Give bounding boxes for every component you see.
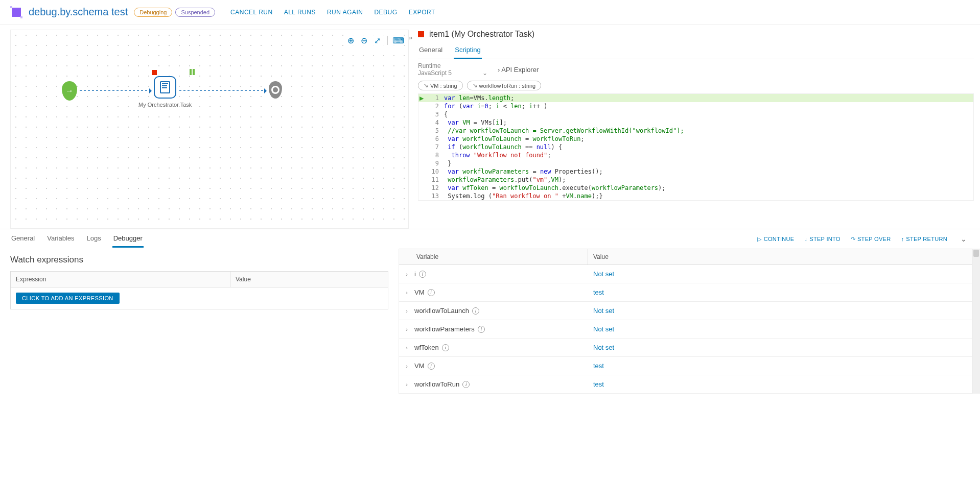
variable-name: workflowParameters — [414, 325, 475, 333]
expand-icon[interactable]: › — [399, 363, 414, 369]
variable-value: test — [588, 362, 972, 370]
keyboard-icon[interactable]: ⌨ — [393, 35, 403, 45]
info-icon[interactable]: i — [428, 289, 435, 296]
code-line[interactable]: 6 var workflowToLaunch = workflowToRun; — [418, 135, 973, 143]
continue-button[interactable]: ▷CONTINUE — [757, 236, 794, 243]
tab-variables[interactable]: Variables — [46, 230, 75, 248]
info-icon[interactable]: i — [472, 307, 479, 315]
code-line[interactable]: 1var len=VMs.length; — [418, 94, 973, 102]
variable-value: Not set — [588, 307, 972, 315]
step-into-icon: ↓ — [804, 236, 807, 242]
variable-row[interactable]: › VM i test — [399, 283, 972, 302]
param-chip-vm[interactable]: ↘ VM : string — [418, 81, 463, 90]
input-arrow-icon: ↘ — [424, 82, 428, 89]
start-node[interactable]: → — [62, 81, 77, 101]
step-return-button[interactable]: ↑STEP RETURN — [901, 236, 947, 242]
watch-panel: Watch expressions Expression Value CLICK… — [0, 249, 399, 394]
zoom-out-icon[interactable]: ⊖ — [359, 35, 369, 45]
expand-icon[interactable]: › — [399, 308, 414, 314]
expand-icon[interactable]: › — [399, 290, 414, 296]
step-over-button[interactable]: ↷STEP OVER — [851, 236, 891, 243]
code-line[interactable]: 10 var workflowParameters = new Properti… — [418, 167, 973, 176]
code-line[interactable]: 5 //var workflowToLaunch = Server.getWor… — [418, 127, 973, 135]
code-line[interactable]: 9 } — [418, 159, 973, 167]
variable-value: test — [588, 380, 972, 388]
code-line[interactable]: 13 System.log ("Ran workflow on " +VM.na… — [418, 192, 973, 200]
code-line[interactable]: 3{ — [418, 110, 973, 118]
badge-suspended: Suspended — [175, 8, 215, 17]
info-icon[interactable]: i — [419, 271, 426, 278]
scrollbar[interactable] — [972, 249, 980, 394]
cancel-run-button[interactable]: CANCEL RUN — [230, 9, 273, 16]
play-icon: ▷ — [757, 236, 761, 243]
variable-value: Not set — [588, 344, 972, 351]
header: debug.by.schema test Debugging Suspended… — [0, 0, 980, 25]
runtime-label: Runtime — [418, 62, 487, 69]
variable-row[interactable]: › wfToken i Not set — [399, 339, 972, 357]
chevron-down-icon: ⌄ — [482, 69, 487, 77]
connector — [179, 90, 266, 91]
end-node[interactable] — [269, 81, 282, 99]
detail-tabs: General Scripting — [418, 44, 974, 59]
collapse-bottom-icon[interactable]: ⌄ — [958, 235, 970, 243]
info-icon[interactable]: i — [428, 363, 435, 370]
info-icon[interactable]: i — [478, 326, 485, 333]
variable-value: Not set — [588, 270, 972, 278]
code-line[interactable]: 8 throw "Workflow not found"; — [418, 151, 973, 159]
tab-debugger[interactable]: Debugger — [112, 230, 144, 248]
item-title: item1 (My Orchestrator Task) — [418, 30, 974, 39]
export-button[interactable]: EXPORT — [409, 9, 435, 16]
expand-icon[interactable]: › — [399, 381, 414, 388]
expand-icon[interactable]: › — [399, 326, 414, 332]
code-line[interactable]: 11 workflowParameters.put("vm",VM); — [418, 176, 973, 184]
variable-row[interactable]: › i i Not set — [399, 265, 972, 283]
variable-name: workflowToLaunch — [414, 307, 469, 315]
variable-row[interactable]: › VM i test — [399, 357, 972, 375]
tab-general[interactable]: General — [418, 44, 444, 59]
watch-title: Watch expressions — [10, 255, 388, 265]
input-arrow-icon: ↘ — [473, 82, 477, 89]
watch-col-value: Value — [230, 272, 388, 287]
task-label: My Orchestrator Task — [138, 102, 192, 108]
zoom-in-icon[interactable]: ⊕ — [345, 35, 356, 45]
variable-row[interactable]: › workflowToRun i test — [399, 375, 972, 394]
code-line[interactable]: 7 if (workflowToLaunch == null) { — [418, 143, 973, 151]
collapse-panel-icon[interactable]: » — [409, 34, 412, 41]
add-expression-button[interactable]: CLICK TO ADD AN EXPRESSION — [16, 293, 120, 304]
variable-name: workflowToRun — [414, 380, 459, 388]
run-again-button[interactable]: RUN AGAIN — [327, 9, 363, 16]
bottom-panel: General Variables Logs Debugger ▷CONTINU… — [0, 229, 980, 394]
variable-name: i — [414, 270, 416, 278]
tab-logs[interactable]: Logs — [85, 230, 102, 248]
all-runs-button[interactable]: ALL RUNS — [284, 9, 316, 16]
canvas-toolbar: ⊕ ⊖ ⤢ ⌨ — [344, 34, 404, 46]
expand-icon[interactable]: › — [399, 345, 414, 351]
variable-row[interactable]: › workflowParameters i Not set — [399, 320, 972, 339]
fit-screen-icon[interactable]: ⤢ — [372, 35, 382, 45]
app-logo — [10, 6, 22, 18]
step-into-button[interactable]: ↓STEP INTO — [804, 236, 840, 242]
code-line[interactable]: 4 var VM = VMs[i]; — [418, 118, 973, 127]
variable-name: VM — [414, 288, 425, 296]
info-icon[interactable]: i — [462, 381, 470, 388]
step-over-icon: ↷ — [851, 236, 855, 243]
runtime-select[interactable]: JavaScript 5 ⌄ — [418, 69, 487, 77]
code-line[interactable]: 2for (var i=0; i < len; i++ ) — [418, 102, 973, 110]
code-line[interactable]: 12 var wfToken = workflowToLaunch.execut… — [418, 184, 973, 192]
debug-button[interactable]: DEBUG — [374, 9, 397, 16]
tab-general-bottom[interactable]: General — [10, 230, 36, 248]
vars-col-value: Value — [588, 249, 972, 264]
code-editor[interactable]: ▶ 1var len=VMs.length;2for (var i=0; i <… — [418, 93, 974, 201]
detail-panel: » item1 (My Orchestrator Task) General S… — [409, 30, 980, 229]
param-chip-workflow[interactable]: ↘ workflowToRun : string — [467, 81, 542, 90]
expand-icon[interactable]: › — [399, 271, 414, 277]
workflow-canvas[interactable]: ⊕ ⊖ ⤢ ⌨ → My Orchestrator Task — [10, 30, 409, 229]
tab-scripting[interactable]: Scripting — [454, 44, 482, 59]
workflow-title: debug.by.schema test — [29, 6, 128, 18]
info-icon[interactable]: i — [442, 344, 449, 351]
variable-row[interactable]: › workflowToLaunch i Not set — [399, 302, 972, 320]
task-node[interactable]: My Orchestrator Task — [154, 76, 192, 108]
breakpoint-stop-icon — [152, 70, 157, 75]
api-explorer-link[interactable]: › API Explorer — [498, 66, 539, 74]
badge-debugging: Debugging — [134, 8, 172, 17]
